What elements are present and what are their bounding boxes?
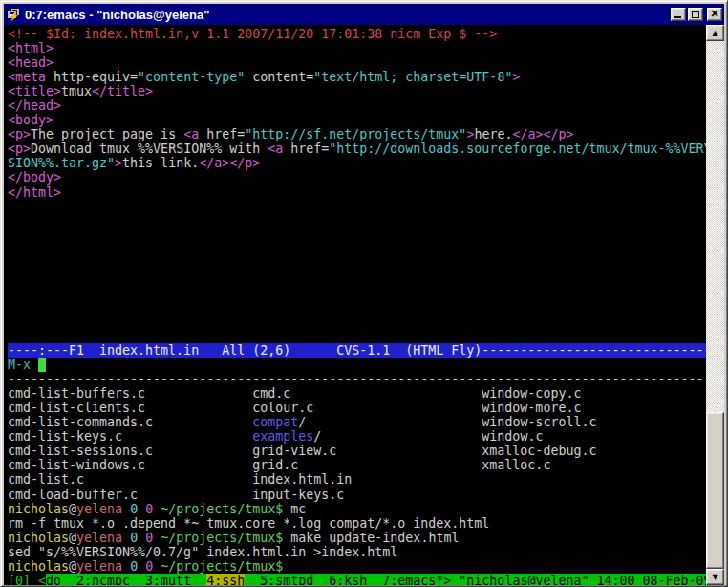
text-segment: 0 bbox=[145, 502, 153, 516]
text-segment: <!-- $Id: index.html.in,v 1.1 2007/11/20… bbox=[8, 27, 497, 41]
scroll-up-button[interactable]: ▲ bbox=[706, 25, 724, 41]
terminal-line: cmd-list-clients.c colour.c window-more.… bbox=[8, 401, 708, 415]
text-segment: The project page is bbox=[31, 127, 183, 141]
terminal-line: </head> bbox=[8, 98, 708, 113]
text-segment: mc bbox=[283, 502, 306, 516]
text-segment: <html> bbox=[8, 41, 54, 55]
terminal-line: <!-- $Id: index.html.in,v 1.1 2007/11/20… bbox=[8, 27, 708, 41]
maximize-icon bbox=[692, 11, 699, 18]
text-segment: M-x bbox=[8, 358, 38, 372]
text-segment: </body> bbox=[8, 170, 61, 185]
text-segment: examples bbox=[252, 429, 313, 444]
terminal-line: cmd-list-commands.c compat/ window-scrol… bbox=[8, 415, 708, 429]
text-segment: 5:smtpd 6:ksh 7:emacs*> bbox=[245, 574, 459, 585]
text-segment: ~/projects/tmux$ bbox=[161, 502, 283, 516]
text-segment: yelena bbox=[76, 531, 122, 545]
scrollbar-thumb[interactable] bbox=[706, 412, 724, 569]
terminal-line: cmd-list-buffers.c cmd.c window-copy.c bbox=[8, 386, 708, 401]
cursor bbox=[38, 358, 46, 372]
terminal-line: </html> bbox=[8, 185, 708, 200]
text-segment: </head> bbox=[8, 98, 61, 113]
text-segment: ~/projects/tmux$ bbox=[161, 531, 283, 545]
minimize-button[interactable] bbox=[671, 8, 686, 21]
terminal-line bbox=[8, 257, 708, 272]
text-segment: do 2:ncmpc 3:mutt bbox=[46, 574, 206, 585]
text-segment: rm -f tmux *.o .depend *~ tmux.core *.lo… bbox=[8, 516, 489, 531]
text-segment: "content-type" bbox=[138, 70, 245, 84]
terminal-line bbox=[8, 214, 708, 228]
text-segment: this link. bbox=[122, 156, 199, 170]
terminal-line bbox=[8, 329, 708, 343]
shell-prompt: nicholas@yelena 0 0 ~/projects/tmux$ bbox=[8, 559, 708, 574]
text-segment: cmd-load-buffer.c input-keys.c bbox=[8, 488, 344, 502]
terminal-line bbox=[8, 243, 708, 257]
text-segment bbox=[122, 502, 130, 516]
titlebar[interactable]: ⚡ 0:7:emacs - "nicholas@yelena" ✕ bbox=[4, 4, 724, 25]
text-segment: </html> bbox=[8, 185, 61, 200]
text-segment: [0] < bbox=[8, 574, 46, 585]
text-segment: cmd-list-keys.c bbox=[8, 429, 252, 444]
text-segment: 4:ssh bbox=[206, 574, 245, 585]
text-segment: 0 bbox=[130, 559, 138, 574]
text-segment bbox=[122, 559, 130, 574]
text-segment: SION%%.tar.gz" bbox=[8, 156, 115, 170]
text-segment: ~/projects/tmux$ bbox=[161, 559, 283, 574]
minimize-icon bbox=[674, 16, 681, 18]
close-icon: ✕ bbox=[708, 8, 721, 20]
text-segment: nicholas bbox=[8, 531, 69, 545]
text-segment: <title> bbox=[8, 84, 61, 98]
text-segment bbox=[138, 559, 145, 574]
terminal-line: </body> bbox=[8, 170, 708, 185]
terminal-line: ----------------------------------------… bbox=[8, 372, 708, 386]
text-segment: <body> bbox=[8, 113, 54, 127]
text-segment: cmd-list-commands.c bbox=[8, 415, 252, 429]
terminal-line: <meta http-equiv="content-type" content=… bbox=[8, 70, 708, 84]
terminal-line: <html> bbox=[8, 41, 708, 55]
tmux-status-bar: [0] <do 2:ncmpc 3:mutt 4:ssh 5:smtpd 6:k… bbox=[8, 574, 708, 585]
text-segment: </a></p> bbox=[199, 156, 260, 170]
text-segment: yelena bbox=[76, 559, 122, 574]
text-segment bbox=[153, 559, 161, 574]
terminal-line: cmd-list-sessions.c grid-view.c xmalloc-… bbox=[8, 444, 708, 458]
text-segment bbox=[153, 502, 161, 516]
putty-icon: ⚡ bbox=[6, 7, 21, 22]
text-segment: nicholas bbox=[8, 559, 69, 574]
text-segment: sed "s/%%VERSION%%/0.7/g" index.html.in … bbox=[8, 545, 397, 559]
up-arrow-icon: ▲ bbox=[712, 29, 717, 37]
text-segment: "http://sf.net/projects/tmux" bbox=[245, 127, 466, 141]
text-segment: @ bbox=[69, 559, 76, 574]
text-segment: cmd-list-sessions.c grid-view.c xmalloc-… bbox=[8, 444, 596, 458]
terminal-line: cmd-list-windows.c grid.c xmalloc.c bbox=[8, 458, 708, 472]
maximize-button[interactable] bbox=[688, 8, 703, 21]
text-segment: <p> bbox=[8, 127, 31, 141]
terminal-line bbox=[8, 286, 708, 300]
scrollbar[interactable]: ▲ ▼ bbox=[706, 25, 724, 585]
shell-prompt: nicholas@yelena 0 0 ~/projects/tmux$ mc bbox=[8, 502, 708, 516]
terminal-line bbox=[8, 200, 708, 214]
text-segment: http-equiv= bbox=[46, 70, 138, 84]
terminal-line bbox=[8, 272, 708, 286]
text-segment: cmd-list.c index.html.in bbox=[8, 472, 352, 487]
text-segment: cmd-list-clients.c colour.c window-more.… bbox=[8, 401, 581, 415]
scroll-down-button[interactable]: ▼ bbox=[706, 569, 724, 585]
text-segment bbox=[138, 502, 145, 516]
text-segment: href= bbox=[199, 127, 245, 141]
text-segment: ----:---F1 index.html.in All (2,6) CVS-1… bbox=[8, 343, 708, 358]
text-segment: 0 bbox=[145, 531, 153, 545]
text-segment: cmd-list-windows.c grid.c xmalloc.c bbox=[8, 458, 550, 472]
text-segment: <head> bbox=[8, 55, 54, 70]
text-segment: / window-scroll.c bbox=[298, 415, 596, 429]
text-segment bbox=[122, 531, 130, 545]
emacs-minibuffer: M-x bbox=[8, 358, 708, 372]
terminal-line bbox=[8, 300, 708, 315]
terminal-line: <head> bbox=[8, 55, 708, 70]
text-segment: 0 bbox=[130, 531, 138, 545]
text-segment: cmd-list-buffers.c cmd.c window-copy.c bbox=[8, 386, 581, 401]
text-segment: ----------------------------------------… bbox=[8, 372, 708, 386]
text-segment: 0 bbox=[130, 502, 138, 516]
terminal-screen[interactable]: <!-- $Id: index.html.in,v 1.1 2007/11/20… bbox=[4, 25, 708, 585]
close-button[interactable]: ✕ bbox=[707, 8, 722, 21]
text-segment: > bbox=[115, 156, 122, 170]
text-segment: make update-index.html bbox=[283, 531, 459, 545]
terminal-line: cmd-load-buffer.c input-keys.c bbox=[8, 488, 708, 502]
